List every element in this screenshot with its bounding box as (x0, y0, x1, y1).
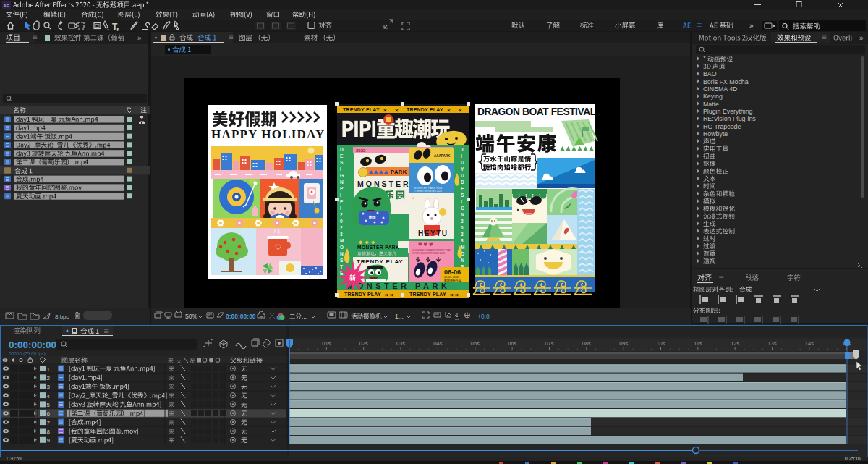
svg-text:BAO: BAO (703, 70, 717, 77)
svg-text:08s: 08s (582, 340, 591, 347)
svg-text:S: S (340, 160, 344, 165)
svg-text:U: U (461, 160, 464, 165)
svg-text:2: 2 (461, 232, 464, 237)
svg-text:»: » (859, 34, 864, 42)
svg-text:0:00:00:00: 0:00:00:00 (226, 313, 256, 320)
svg-text:06s: 06s (508, 340, 516, 347)
svg-text:× ×: × × (385, 292, 393, 298)
svg-text:G: G (340, 173, 344, 178)
svg-text:×: × (447, 107, 451, 114)
svg-text:O: O (340, 245, 344, 250)
svg-text:I: I (340, 166, 341, 172)
svg-text:PARK: PARK (391, 169, 407, 175)
svg-text:+0.0: +0.0 (477, 313, 490, 320)
svg-text:J: J (461, 147, 464, 152)
svg-text:HEYTU: HEYTU (418, 229, 448, 237)
svg-text:8: 8 (47, 429, 51, 435)
svg-text:3: 3 (461, 238, 464, 243)
svg-text:E: E (461, 186, 464, 191)
svg-text:7: 7 (47, 420, 51, 426)
svg-text:12s: 12s (731, 340, 739, 347)
svg-text:TRENDY PLAY: TRENDY PLAY (407, 107, 443, 112)
svg-text:00000 (25.00 fps): 00000 (25.00 fps) (9, 351, 46, 357)
svg-text:G: G (461, 206, 464, 211)
svg-text:P: P (340, 186, 344, 191)
svg-text:Plugin Everything: Plugin Everything (703, 108, 753, 115)
svg-text:2: 2 (461, 219, 464, 224)
svg-text:Rowbyte: Rowbyte (703, 130, 728, 138)
svg-text:2: 2 (340, 225, 343, 230)
svg-text:11s: 11s (694, 340, 702, 347)
svg-text:U: U (461, 173, 464, 178)
svg-text:Y: Y (461, 166, 464, 172)
svg-text:N: N (461, 258, 464, 263)
svg-text:Keying: Keying (703, 93, 723, 100)
svg-text:10s: 10s (656, 340, 665, 347)
svg-text:P: P (340, 199, 344, 204)
svg-text:N: N (461, 212, 464, 217)
svg-text:N: N (340, 180, 344, 185)
svg-text:MONSTER: MONSTER (357, 180, 411, 188)
svg-text:D: D (340, 147, 344, 152)
svg-text:TRENDY PLAY: TRENDY PLAY (409, 292, 446, 297)
svg-text:TRENDY PLAY: TRENDY PLAY (343, 107, 380, 112)
svg-text:AAAPARK: AAAPARK (434, 154, 451, 158)
svg-text:Matte: Matte (703, 101, 719, 108)
svg-text:I: I (461, 199, 462, 204)
svg-text:06-06: 06-06 (444, 269, 461, 276)
svg-text:E: E (340, 153, 344, 159)
svg-text:5: 5 (47, 402, 51, 408)
svg-text:#TRENDYMONSTER 2023: #TRENDYMONSTER 2023 (414, 190, 442, 193)
svg-text:6: 6 (47, 410, 51, 417)
svg-text:S: S (340, 258, 344, 263)
svg-text:HAPPY HOLIDAY: HAPPY HOLIDAY (211, 127, 325, 141)
svg-text:1...: 1... (395, 313, 404, 320)
svg-text:×: × (459, 107, 462, 114)
svg-text:13s: 13s (768, 340, 777, 347)
svg-text:MONSTER PARK: MONSTER PARK (357, 245, 399, 250)
svg-text:DRAGON BOAT FESTIVAL: DRAGON BOAT FESTIVAL (477, 106, 596, 117)
svg-text:»: » (137, 34, 142, 42)
svg-text:04s: 04s (433, 340, 442, 347)
svg-text:1: 1 (47, 366, 51, 373)
svg-text:07s: 07s (545, 340, 553, 347)
svg-text:3: 3 (47, 384, 51, 390)
svg-text:D: D (461, 180, 464, 185)
svg-text:05s: 05s (471, 340, 480, 347)
svg-text:HEYTU MONSTER PARK 2023: HEYTU MONSTER PARK 2023 (412, 252, 445, 255)
svg-text:06.01 - 06.30: 06.01 - 06.30 (444, 276, 459, 279)
svg-text:TRENDY PLAY: TRENDY PLAY (344, 292, 381, 297)
svg-text:2: 2 (340, 212, 343, 217)
svg-text:M: M (340, 238, 344, 243)
svg-text:02s: 02s (359, 340, 368, 347)
svg-text:×: × (395, 107, 399, 114)
svg-text:TRENDY PLAY: TRENDY PLAY (357, 258, 403, 265)
svg-text:I: I (340, 206, 341, 211)
svg-text:CINEMA 4D: CINEMA 4D (703, 85, 737, 93)
svg-text:T,: T, (112, 22, 119, 32)
svg-text:N: N (340, 251, 344, 256)
svg-text:PIPI: PIPI (369, 216, 376, 220)
svg-text:03s: 03s (396, 340, 405, 347)
svg-text:»: » (749, 22, 754, 30)
svg-text:RE:Vision Plug-ins: RE:Vision Plug-ins (703, 115, 756, 122)
svg-text:0: 0 (461, 225, 464, 230)
svg-text:14s: 14s (805, 340, 814, 347)
svg-text:I: I (340, 193, 341, 198)
svg-text:I: I (461, 153, 462, 159)
svg-text:× ×: × × (450, 292, 459, 298)
svg-text:Boris FX Mocha: Boris FX Mocha (703, 78, 749, 85)
svg-text:8 bpc: 8 bpc (55, 313, 69, 320)
svg-text:2: 2 (47, 375, 51, 381)
svg-text:AE: AE (4, 4, 9, 8)
svg-text:09s: 09s (619, 340, 628, 347)
svg-text:50%: 50% (185, 313, 197, 320)
svg-text:01s: 01s (322, 340, 331, 347)
svg-text:3: 3 (340, 232, 343, 237)
svg-text:9: 9 (47, 437, 51, 444)
svg-text:0:00:00:00: 0:00:00:00 (9, 339, 56, 350)
svg-text:RG Trapcode: RG Trapcode (703, 123, 741, 130)
svg-text:2022: 2022 (356, 148, 366, 153)
svg-text:×: × (383, 107, 387, 114)
svg-text:T: T (340, 264, 343, 269)
